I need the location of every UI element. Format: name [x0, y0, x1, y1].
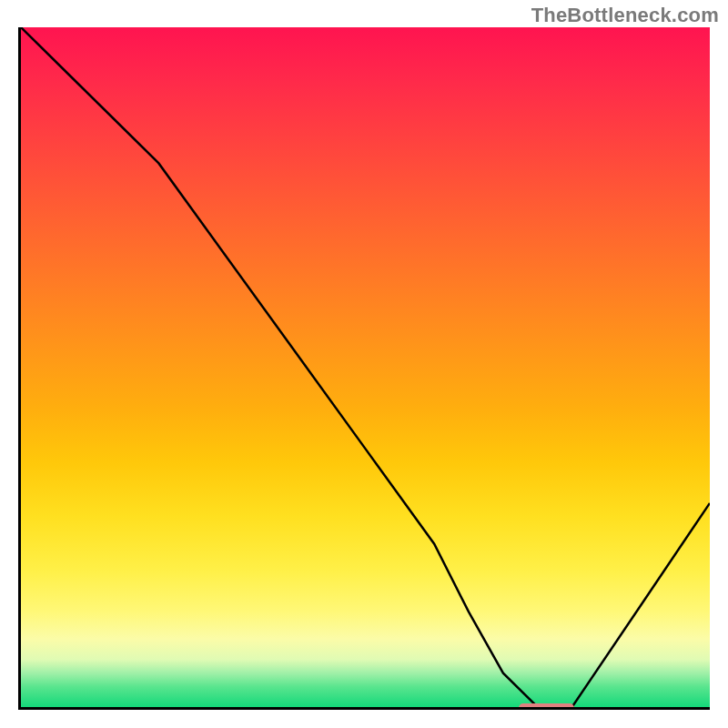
bottleneck-curve	[21, 27, 710, 707]
watermark-text: TheBottleneck.com	[531, 4, 719, 27]
optimal-range-marker	[519, 703, 574, 710]
plot-area	[18, 27, 710, 710]
curve-svg	[21, 27, 710, 707]
chart-container: TheBottleneck.com	[0, 0, 728, 728]
